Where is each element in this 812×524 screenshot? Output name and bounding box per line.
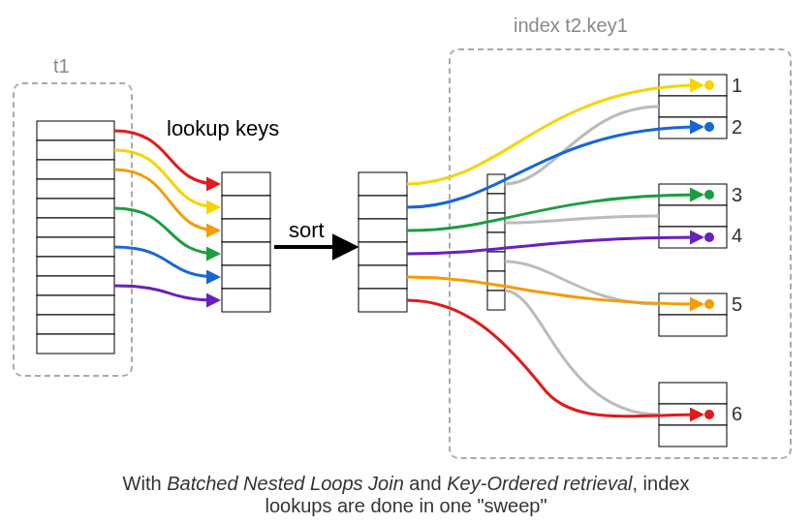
- svg-rect-4: [37, 199, 114, 218]
- svg-point-47: [704, 410, 714, 419]
- svg-point-44: [704, 190, 714, 200]
- svg-rect-23: [359, 289, 407, 312]
- svg-rect-38: [659, 315, 727, 336]
- diagram-svg: [0, 0, 812, 524]
- svg-rect-7: [37, 257, 114, 276]
- svg-point-46: [704, 299, 714, 309]
- svg-rect-0: [37, 121, 114, 140]
- sorted-buffer: [359, 172, 407, 312]
- svg-rect-29: [487, 271, 505, 291]
- svg-point-42: [704, 80, 714, 90]
- svg-rect-18: [359, 172, 407, 196]
- svg-rect-9: [37, 295, 114, 315]
- svg-rect-32: [659, 96, 727, 117]
- t1-to-lookup-arrows: [114, 131, 218, 300]
- svg-rect-20: [359, 219, 407, 242]
- svg-rect-21: [359, 242, 407, 265]
- svg-rect-11: [37, 334, 114, 354]
- svg-rect-17: [222, 289, 270, 312]
- svg-rect-16: [222, 265, 270, 289]
- svg-rect-35: [659, 205, 727, 227]
- svg-rect-30: [487, 291, 505, 310]
- svg-rect-12: [222, 172, 270, 196]
- svg-rect-1: [37, 140, 114, 160]
- svg-rect-10: [37, 315, 114, 334]
- svg-rect-5: [37, 218, 114, 237]
- svg-point-43: [704, 122, 714, 132]
- sorted-to-target-arrows: [407, 85, 702, 416]
- svg-point-45: [704, 232, 714, 242]
- svg-rect-14: [222, 219, 270, 242]
- svg-rect-19: [359, 196, 407, 219]
- index-column: [487, 174, 505, 310]
- target-blocks: [659, 75, 727, 447]
- t1-table: [37, 121, 114, 354]
- svg-rect-2: [37, 160, 114, 179]
- svg-rect-15: [222, 242, 270, 265]
- lookup-buffer: [222, 172, 270, 312]
- svg-rect-6: [37, 237, 114, 257]
- svg-rect-13: [222, 196, 270, 219]
- svg-rect-25: [487, 194, 505, 213]
- svg-rect-39: [659, 383, 727, 404]
- svg-rect-3: [37, 179, 114, 199]
- svg-rect-8: [37, 276, 114, 295]
- svg-rect-28: [487, 252, 505, 271]
- svg-rect-41: [659, 425, 727, 447]
- svg-rect-22: [359, 265, 407, 289]
